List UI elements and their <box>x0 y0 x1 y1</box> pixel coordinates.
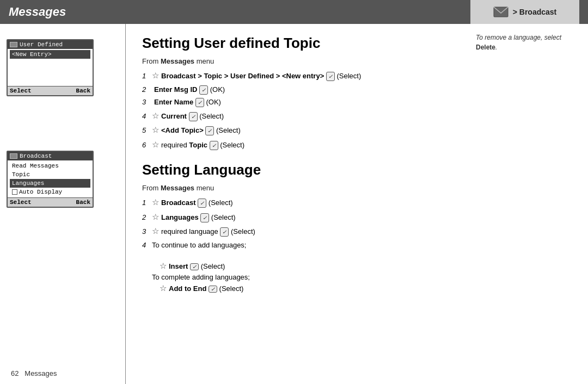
page-footer: 62 Messages <box>11 369 57 377</box>
main-layout: User Defined <New Entry> Select Back Bro… <box>0 24 588 384</box>
step-1-3: 3 Enter Name ✓ (OK) <box>142 97 452 108</box>
sub-step-add-to-end-text: Add to End ✓ (Select) <box>169 284 243 293</box>
section2-steps: 1 ☆ Broadcast ✓ (Select) 2 ☆ Languages ✓… <box>142 196 452 250</box>
auto-display-checkbox <box>12 189 17 195</box>
section1-title: Setting User defined Topic <box>142 35 452 52</box>
step-2-4: 4 To continue to add languages; <box>142 240 452 251</box>
step-1-6: 6 ☆ required Topic ✓ (Select) <box>142 139 452 151</box>
sub-step-add-to-end: ☆ Add to End ✓ (Select) <box>160 283 452 293</box>
step2-num-1: 1 <box>142 197 150 208</box>
phone-ui-2-row-3: Languages <box>10 179 90 188</box>
step-num-4: 4 <box>142 111 150 122</box>
phone-mockup-2: Broadcast Read Messages Topic Languages … <box>7 151 94 208</box>
scroll-icon-6: ☆ <box>152 139 159 151</box>
phone-ui-2-back-btn[interactable]: Back <box>76 199 90 206</box>
section2-title: Setting Language <box>142 162 452 178</box>
step-1-4-text: Current ✓ (Select) <box>161 111 224 122</box>
scroll2-icon-2: ☆ <box>152 211 159 224</box>
content-panel: Setting User defined Topic From Messages… <box>126 24 468 384</box>
phone-ui-1-back-btn[interactable]: Back <box>76 88 90 94</box>
left-panel: User Defined <New Entry> Select Back Bro… <box>0 24 125 384</box>
section1-from-suffix: menu <box>194 57 214 65</box>
phone-ui-2-header-label: Broadcast <box>20 153 52 159</box>
phone-ui-2-footer: Select Back <box>8 197 93 207</box>
step-1-2: 2 Enter Msg ID ✓ (OK) <box>142 84 452 95</box>
section1-from-label: From <box>142 57 161 65</box>
step-num-6: 6 <box>142 140 150 151</box>
breadcrumb-area: > Broadcast <box>470 0 579 24</box>
section1-steps: 1 ☆ Broadcast > Topic > User Defined > <… <box>142 70 452 151</box>
right-note-end: . <box>495 44 497 51</box>
phone-ui-2-row-1: Read Messages <box>10 162 90 170</box>
section2-from-suffix: menu <box>194 184 214 192</box>
scroll2-icon-3: ☆ <box>152 225 159 238</box>
step-1-4: 4 ☆ Current ✓ (Select) <box>142 110 452 122</box>
breadcrumb-text: > Broadcast <box>513 8 557 16</box>
step-2-2: 2 ☆ Languages ✓ (Select) <box>142 211 452 224</box>
phone-ui-1-body: <New Entry> <box>8 49 93 86</box>
phone-ui-1-header-label: User Defined <box>20 41 63 48</box>
step-1-3-text: Enter Name ✓ (OK) <box>154 97 221 108</box>
page-header: Messages > Broadcast <box>0 0 588 24</box>
section2-from-menu-bold: Messages <box>161 184 194 192</box>
envelope-icon <box>493 7 509 17</box>
step-num-2: 2 <box>142 84 150 95</box>
section1-from-menu-bold: Messages <box>161 57 194 65</box>
step2-num-4: 4 <box>142 240 150 251</box>
section1-from-menu: From Messages menu <box>142 57 452 65</box>
section2-from-menu: From Messages menu <box>142 184 452 192</box>
step-1-1-text: Broadcast > Topic > User Defined > <New … <box>161 71 361 82</box>
phone-ui-2-body: Read Messages Topic Languages Auto Displ… <box>8 160 93 197</box>
step2-num-3: 3 <box>142 226 150 237</box>
section2-from-label: From <box>142 184 161 192</box>
scroll-icon-4: ☆ <box>152 110 159 122</box>
phone-ui-2-row-4: Auto Display <box>10 188 90 196</box>
scroll-icon-1: ☆ <box>152 70 159 82</box>
phone-ui-2-header: Broadcast <box>8 152 93 160</box>
phone-mockup-1: User Defined <New Entry> Select Back <box>7 39 94 96</box>
step-2-3: 3 ☆ required language ✓ (Select) <box>142 225 452 238</box>
right-panel: To remove a language, select Delete. <box>468 24 588 384</box>
step-1-2-text: Enter Msg ID ✓ (OK) <box>154 84 225 95</box>
right-note-bold: Delete <box>476 44 495 51</box>
step-num-5: 5 <box>142 125 150 136</box>
right-note: To remove a language, select Delete. <box>476 33 580 52</box>
step-2-1: 1 ☆ Broadcast ✓ (Select) <box>142 196 452 209</box>
step-1-6-text: required Topic ✓ (Select) <box>161 140 244 151</box>
phone-ui-2-select-btn[interactable]: Select <box>10 199 32 206</box>
scroll2-icon-end: ☆ <box>160 283 167 293</box>
sub-step-insert: ☆ Insert ✓ (Select) <box>160 261 452 271</box>
phone-ui-1-header: User Defined <box>8 40 93 49</box>
page-number: 62 <box>11 369 19 377</box>
footer-section: Messages <box>24 369 57 377</box>
sub-step-insert-text: Insert ✓ (Select) <box>169 262 225 270</box>
phone-ui-1-selected-row: <New Entry> <box>10 50 90 59</box>
step-1-1: 1 ☆ Broadcast > Topic > User Defined > <… <box>142 70 452 82</box>
step-1-5-text: <Add Topic> ✓ (Select) <box>161 125 241 136</box>
step2-num-2: 2 <box>142 212 150 223</box>
complete-adding-text: To complete adding languages; <box>152 273 452 281</box>
phone-ui-1-footer: Select Back <box>8 86 93 95</box>
step-num-3: 3 <box>142 97 150 108</box>
page-title: Messages <box>9 5 66 19</box>
scroll2-icon-1: ☆ <box>152 196 159 209</box>
phone-ui-1-select-btn[interactable]: Select <box>10 88 32 94</box>
step-1-5: 5 ☆ <Add Topic> ✓ (Select) <box>142 124 452 137</box>
scroll2-icon-insert: ☆ <box>160 261 167 271</box>
step-num-1: 1 <box>142 71 150 82</box>
phone-ui-2-row-2: Topic <box>10 170 90 179</box>
step-2-2-text: Languages ✓ (Select) <box>161 212 236 223</box>
step-2-3-text: required language ✓ (Select) <box>161 226 255 237</box>
right-note-text: To remove a language, select <box>476 34 561 41</box>
step-2-1-text: Broadcast ✓ (Select) <box>161 197 233 208</box>
step-2-4-text: To continue to add languages; <box>152 240 246 251</box>
scroll-icon-5: ☆ <box>152 124 159 137</box>
